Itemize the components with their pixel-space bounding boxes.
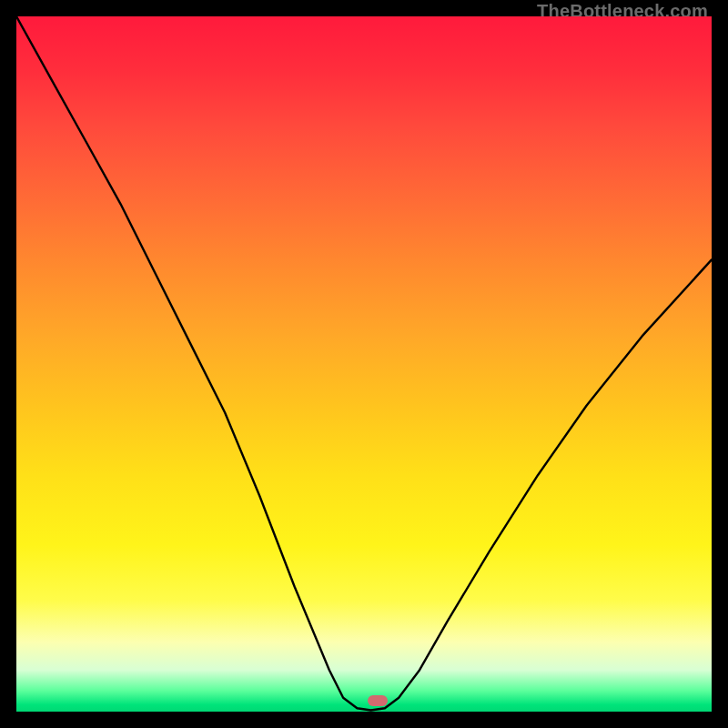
plot-area [16, 16, 712, 712]
current-config-marker [368, 695, 388, 706]
bottleneck-curve [16, 16, 712, 712]
chart-frame: TheBottleneck.com [0, 0, 728, 728]
